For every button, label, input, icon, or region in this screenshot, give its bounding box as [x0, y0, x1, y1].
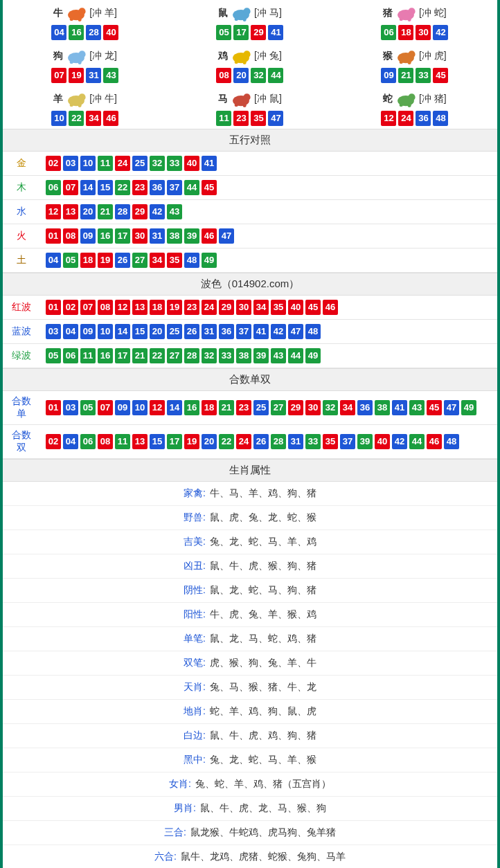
number-ball: 09 [80, 228, 96, 244]
number-ball: 43 [103, 68, 118, 83]
number-ball: 40 [375, 434, 390, 449]
number-ball: 40 [103, 25, 118, 40]
number-ball: 30 [132, 228, 148, 244]
number-ball: 29 [132, 204, 148, 219]
bose-balls: 03040910141520252631363741424748 [40, 320, 497, 344]
number-ball: 12 [46, 204, 61, 219]
number-ball: 16 [184, 400, 199, 415]
number-ball: 04 [63, 324, 78, 339]
number-ball: 39 [184, 228, 199, 244]
number-ball: 40 [288, 300, 303, 315]
number-ball: 06 [381, 25, 396, 40]
number-ball: 28 [86, 25, 101, 40]
number-ball: 06 [46, 180, 61, 195]
number-ball: 27 [132, 253, 148, 268]
number-ball: 13 [63, 204, 78, 219]
shuxing-value: 鼠、龙、马、蛇、鸡、猪 [210, 633, 316, 644]
shuxing-label: 三合: [164, 826, 186, 838]
number-ball: 18 [150, 300, 165, 315]
shuxing-value: 牛、马、羊、鸡、狗、猪 [210, 487, 316, 498]
shuxing-label: 地肖: [184, 705, 206, 716]
shuxing-label: 凶丑: [184, 560, 206, 571]
zodiac-icon [64, 4, 88, 22]
zodiac-icon [394, 90, 418, 108]
wuxing-row: 木06071415222336374445 [3, 176, 497, 200]
number-ball: 10 [80, 156, 96, 171]
shuxing-value: 牛、虎、兔、羊、猴、鸡 [210, 608, 316, 620]
number-ball: 19 [98, 253, 113, 268]
zodiac-balls: 05172941 [168, 25, 332, 40]
zodiac-cell: 蛇[冲 猪]12243648 [332, 86, 497, 129]
zodiac-icon [394, 47, 418, 65]
number-ball: 22 [115, 180, 130, 195]
heshu-balls: 0204060811131517192022242628313335373940… [40, 425, 497, 459]
shuxing-row: 男肖:鼠、牛、虎、龙、马、猴、狗 [3, 797, 497, 821]
number-ball: 20 [233, 68, 249, 83]
section-bose-title: 波色（014902.com） [3, 273, 497, 296]
heshu-row: 合数双0204060811131517192022242628313335373… [3, 425, 497, 459]
zodiac-icon [229, 47, 253, 65]
number-ball: 20 [150, 324, 165, 339]
number-ball: 18 [398, 25, 413, 40]
number-ball: 15 [98, 180, 113, 195]
bose-table: 红波0102070812131819232429303435404546蓝波03… [3, 296, 497, 368]
number-ball: 31 [86, 68, 101, 83]
zodiac-icon [64, 47, 88, 65]
number-ball: 23 [233, 111, 249, 126]
zodiac-chong: [冲 牛] [89, 93, 117, 105]
zodiac-chong: [冲 龙] [89, 50, 117, 62]
number-ball: 27 [167, 348, 182, 363]
wuxing-table: 金02031011242532334041木060714152223363744… [3, 152, 497, 273]
number-ball: 41 [202, 156, 217, 171]
zodiac-grid: 牛[冲 羊]04162840鼠[冲 马]05172941猪[冲 蛇]061830… [3, 0, 497, 129]
number-ball: 23 [236, 400, 251, 415]
shuxing-value: 鼠、牛、虎、猴、狗、猪 [210, 560, 316, 571]
number-ball: 37 [236, 324, 251, 339]
number-ball: 19 [69, 68, 84, 83]
number-ball: 07 [51, 68, 66, 83]
number-ball: 17 [115, 228, 130, 244]
shuxing-value: 鼠、牛、虎、龙、马、猴、狗 [200, 802, 326, 813]
shuxing-row: 阴性:鼠、龙、蛇、马、狗、猪 [3, 579, 497, 603]
svg-point-25 [79, 93, 86, 100]
zodiac-name: 蛇 [383, 93, 393, 105]
number-ball: 44 [409, 434, 425, 449]
zodiac-name: 鼠 [218, 7, 228, 19]
number-ball: 48 [433, 111, 448, 126]
number-ball: 30 [236, 300, 251, 315]
number-ball: 28 [115, 204, 130, 219]
number-ball: 37 [167, 180, 182, 195]
zodiac-balls: 10223446 [3, 111, 168, 126]
shuxing-row: 天肖:兔、马、猴、猪、牛、龙 [3, 676, 497, 700]
wuxing-balls: 0108091617303138394647 [40, 224, 497, 248]
number-ball: 25 [132, 156, 148, 171]
number-ball: 18 [202, 400, 217, 415]
number-ball: 22 [69, 111, 84, 126]
number-ball: 41 [253, 324, 269, 339]
shuxing-row: 凶丑:鼠、牛、虎、猴、狗、猪 [3, 554, 497, 579]
number-ball: 34 [86, 111, 101, 126]
shuxing-label: 双笔: [184, 657, 206, 668]
number-ball: 31 [150, 228, 165, 244]
number-ball: 21 [398, 68, 413, 83]
wuxing-label: 金 [3, 152, 40, 176]
bose-balls: 0102070812131819232429303435404546 [40, 296, 497, 320]
number-ball: 33 [219, 348, 234, 363]
number-ball: 33 [305, 434, 321, 449]
number-ball: 32 [202, 348, 217, 363]
svg-point-11 [408, 18, 411, 21]
number-ball: 42 [433, 25, 448, 40]
number-ball: 35 [323, 434, 338, 449]
number-ball: 08 [216, 68, 231, 83]
number-ball: 32 [323, 400, 338, 415]
svg-point-3 [78, 18, 82, 21]
zodiac-balls: 04162840 [3, 25, 168, 40]
shuxing-label: 单笔: [184, 633, 206, 644]
shuxing-row: 地肖:蛇、羊、鸡、狗、鼠、虎 [3, 700, 497, 724]
number-ball: 24 [398, 111, 413, 126]
number-ball: 04 [51, 25, 66, 40]
number-ball: 08 [98, 434, 113, 449]
number-ball: 46 [202, 228, 217, 244]
wuxing-label: 土 [3, 248, 40, 273]
number-ball: 14 [80, 180, 96, 195]
